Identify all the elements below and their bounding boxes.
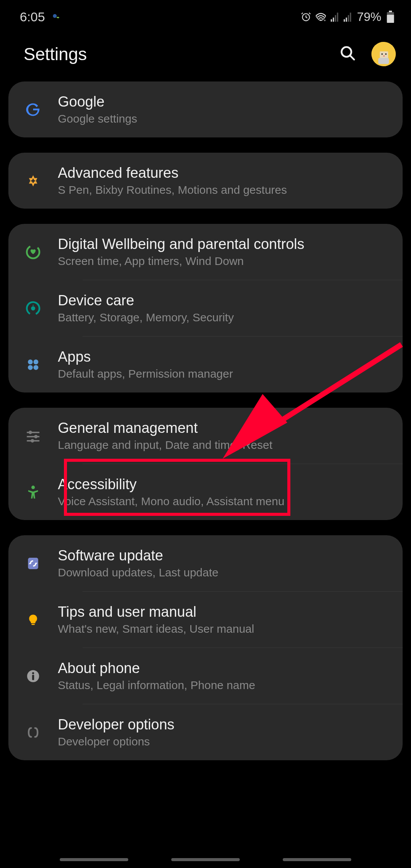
svg-rect-10 <box>348 15 349 22</box>
item-subtitle: Status, Legal information, Phone name <box>58 679 391 692</box>
item-title: Developer options <box>58 716 391 733</box>
settings-item-developer-options[interactable]: Developer options Developer options <box>8 704 403 760</box>
svg-point-39 <box>31 485 35 489</box>
wifi-icon: + <box>315 12 327 22</box>
settings-item-advanced-features[interactable]: Advanced features S Pen, Bixby Routines,… <box>8 153 403 209</box>
battery-percentage: 79% <box>357 10 381 24</box>
svg-rect-14 <box>387 15 394 23</box>
item-text: About phone Status, Legal information, P… <box>58 660 391 692</box>
svg-point-31 <box>28 365 33 370</box>
item-subtitle: Google settings <box>58 112 391 125</box>
item-title: Apps <box>58 349 391 365</box>
svg-point-32 <box>33 365 38 370</box>
item-title: Device care <box>58 292 391 309</box>
item-subtitle: Screen time, App timers, Wind Down <box>58 255 391 268</box>
svg-rect-6 <box>335 15 336 22</box>
device-care-icon <box>20 299 46 318</box>
item-subtitle: Default apps, Permission manager <box>58 367 391 380</box>
software-update-icon <box>20 554 46 573</box>
page-title: Settings <box>24 44 87 64</box>
item-title: Advanced features <box>58 165 391 181</box>
item-text: Digital Wellbeing and parental controls … <box>58 236 391 268</box>
nav-home[interactable] <box>171 858 240 861</box>
weather-icon <box>52 12 61 21</box>
header-actions <box>339 42 396 66</box>
svg-point-19 <box>381 53 383 55</box>
advanced-features-icon <box>20 172 46 190</box>
signal-icon-2 <box>343 12 352 22</box>
status-bar-left: 6:05 <box>20 10 61 24</box>
settings-group: Software update Download updates, Last u… <box>8 535 403 760</box>
status-time: 6:05 <box>20 10 45 24</box>
item-title: General management <box>58 420 391 436</box>
item-text: Advanced features S Pen, Bixby Routines,… <box>58 165 391 196</box>
settings-list: Google Google settings Advanced features… <box>0 81 411 760</box>
navigation-bar <box>0 858 411 861</box>
settings-item-general-management[interactable]: General management Language and input, D… <box>8 408 403 464</box>
svg-rect-8 <box>344 19 345 22</box>
item-subtitle: Download updates, Last update <box>58 566 391 579</box>
nav-recents[interactable] <box>60 858 128 861</box>
item-text: Accessibility Voice Assistant, Mono audi… <box>58 476 391 508</box>
nav-back[interactable] <box>283 858 351 861</box>
item-title: About phone <box>58 660 391 677</box>
svg-point-29 <box>28 359 33 364</box>
settings-item-about-phone[interactable]: About phone Status, Legal information, P… <box>8 648 403 704</box>
alarm-icon <box>301 11 311 22</box>
settings-item-accessibility[interactable]: Accessibility Voice Assistant, Mono audi… <box>8 464 403 520</box>
svg-rect-41 <box>32 624 35 625</box>
about-phone-icon <box>20 667 46 685</box>
svg-point-2 <box>320 19 322 21</box>
item-title: Digital Wellbeing and parental controls <box>58 236 391 252</box>
tips-icon <box>20 611 46 629</box>
settings-item-google[interactable]: Google Google settings <box>8 81 403 137</box>
svg-point-20 <box>385 53 387 55</box>
svg-point-38 <box>31 439 34 442</box>
settings-item-apps[interactable]: Apps Default apps, Permission manager <box>8 337 403 393</box>
svg-rect-4 <box>331 19 332 22</box>
item-title: Software update <box>58 547 391 564</box>
settings-item-tips[interactable]: Tips and user manual What's new, Smart i… <box>8 592 403 648</box>
svg-rect-11 <box>350 13 351 22</box>
svg-rect-12 <box>389 11 392 12</box>
avatar[interactable] <box>371 42 396 66</box>
item-subtitle: Voice Assistant, Mono audio, Assistant m… <box>58 495 391 508</box>
signal-icon-1 <box>330 12 339 22</box>
accessibility-icon <box>20 483 46 501</box>
svg-rect-22 <box>378 58 389 64</box>
item-text: Software update Download updates, Last u… <box>58 547 391 579</box>
settings-group: Digital Wellbeing and parental controls … <box>8 224 403 393</box>
svg-point-21 <box>383 56 385 57</box>
general-management-icon <box>20 427 46 445</box>
header: Settings <box>0 30 411 81</box>
apps-icon <box>20 356 46 374</box>
google-icon <box>20 101 46 119</box>
svg-point-30 <box>33 359 38 364</box>
item-text: Google Google settings <box>58 94 391 125</box>
svg-point-28 <box>31 306 35 310</box>
item-text: Tips and user manual What's new, Smart i… <box>58 604 391 635</box>
avatar-image <box>371 42 396 66</box>
svg-rect-44 <box>32 675 34 680</box>
settings-item-device-care[interactable]: Device care Battery, Storage, Memory, Se… <box>8 280 403 336</box>
svg-text:+: + <box>323 18 326 22</box>
search-icon <box>339 45 356 62</box>
svg-rect-5 <box>333 18 334 22</box>
battery-icon <box>386 11 395 23</box>
svg-point-34 <box>29 431 32 434</box>
developer-options-icon <box>20 723 46 742</box>
item-text: Device care Battery, Storage, Memory, Se… <box>58 292 391 324</box>
item-subtitle: What's new, Smart ideas, User manual <box>58 622 391 635</box>
status-bar: 6:05 + <box>0 0 411 30</box>
item-text: General management Language and input, D… <box>58 420 391 452</box>
settings-group: General management Language and input, D… <box>8 408 403 520</box>
settings-group: Google Google settings <box>8 81 403 137</box>
svg-line-16 <box>350 56 354 60</box>
item-text: Apps Default apps, Permission manager <box>58 349 391 380</box>
item-title: Accessibility <box>58 476 391 493</box>
settings-item-digital-wellbeing[interactable]: Digital Wellbeing and parental controls … <box>8 224 403 280</box>
settings-group: Advanced features S Pen, Bixby Routines,… <box>8 153 403 209</box>
item-subtitle: Language and input, Date and time, Reset <box>58 439 391 452</box>
search-button[interactable] <box>339 45 356 63</box>
settings-item-software-update[interactable]: Software update Download updates, Last u… <box>8 535 403 591</box>
